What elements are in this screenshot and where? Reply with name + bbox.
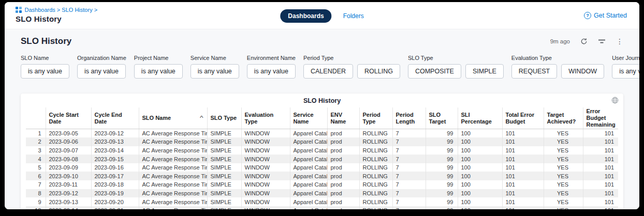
table-row[interactable]: 72023-09-112023-09-18AC Average Response…	[26, 180, 618, 189]
table-cell: 99	[426, 146, 458, 155]
breadcrumb[interactable]: Dashboards > SLO History >	[16, 7, 97, 13]
table-cell: ROLLING	[359, 189, 392, 198]
column-header[interactable]: SLI Percentage	[458, 107, 502, 129]
column-header[interactable]: SLO Name^	[139, 107, 207, 129]
table-row[interactable]: 102023-09-142023-09-21AC Average Respons…	[26, 206, 618, 209]
table-cell: 2023-09-06	[46, 137, 91, 146]
column-header[interactable]: Period Type	[359, 107, 392, 129]
table-cell: 2023-09-12	[46, 189, 91, 198]
tab-dashboards[interactable]: Dashboards	[280, 9, 331, 23]
table-row[interactable]: 22023-09-062023-09-13AC Average Response…	[26, 137, 618, 146]
table-row[interactable]: 62023-09-102023-09-17AC Average Response…	[26, 172, 618, 180]
table-cell: AC Average Response Time	[139, 163, 207, 172]
table-cell: prod	[327, 137, 359, 146]
table-cell: SIMPLE	[207, 180, 241, 189]
filter-chip[interactable]: is any value	[191, 64, 239, 79]
last-refresh-label: 9m ago	[550, 38, 570, 44]
column-header[interactable]	[26, 107, 46, 129]
column-header[interactable]: Cycle End Date	[91, 107, 139, 129]
table-row[interactable]: 82023-09-122023-09-19AC Average Response…	[26, 189, 618, 198]
table-cell: YES	[544, 206, 583, 209]
filter-chip[interactable]: REQUEST	[511, 64, 557, 79]
table-cell: 6	[26, 172, 46, 180]
table-cell: Apparel Catal...	[290, 206, 327, 209]
table-cell: WINDOW	[241, 146, 290, 155]
table-cell: 100	[458, 180, 502, 189]
filter-chip[interactable]: is any value	[77, 64, 126, 79]
filter-chip[interactable]: is any value	[612, 64, 639, 79]
refresh-icon[interactable]	[580, 38, 588, 45]
table-cell: 7	[392, 146, 426, 155]
more-options-icon[interactable]: ⋮	[616, 39, 623, 44]
table-cell: YES	[544, 180, 583, 189]
column-header[interactable]: Error Budget Remaining	[583, 107, 618, 129]
table-cell: 99	[426, 163, 458, 172]
table-cell: prod	[327, 129, 359, 138]
table-cell: 2023-09-07	[46, 146, 91, 155]
app-window: Dashboards > SLO History > SLO History D…	[5, 2, 639, 209]
column-header[interactable]: SLO Type	[207, 107, 241, 129]
table-cell: AC Average Response Time	[139, 146, 207, 155]
tab-folders[interactable]: Folders	[343, 12, 364, 20]
table-cell: SIMPLE	[207, 189, 241, 198]
filter-toggle-icon[interactable]	[598, 38, 606, 44]
filter-group: Environment Nameis any value	[247, 55, 296, 79]
column-header[interactable]: Service Name	[290, 107, 327, 129]
get-started-label: Get Started	[594, 12, 627, 19]
table-cell: WINDOW	[241, 129, 290, 138]
filter-chip[interactable]: CALENDER	[303, 64, 353, 79]
filter-chip[interactable]: COMPOSITE	[408, 64, 461, 79]
table-cell: WINDOW	[241, 155, 290, 163]
column-header[interactable]: ENV Name	[327, 107, 359, 129]
table-cell: YES	[544, 163, 583, 172]
table-cell: 5	[26, 163, 46, 172]
table-cell: WINDOW	[241, 137, 290, 146]
table-row[interactable]: 42023-09-082023-09-15AC Average Response…	[26, 155, 618, 163]
globe-icon[interactable]	[611, 97, 619, 106]
table-cell: 8	[26, 189, 46, 198]
table-cell: 101	[502, 146, 544, 155]
filter-chip[interactable]: is any value	[21, 64, 69, 79]
table-row[interactable]: 12023-09-052023-09-12AC Average Response…	[26, 129, 618, 138]
filter-chip[interactable]: is any value	[134, 64, 183, 79]
table-cell: AC Average Response Time	[139, 197, 207, 206]
table-cell: ROLLING	[359, 180, 392, 189]
table-cell: 101	[502, 197, 544, 206]
table-row[interactable]: 32023-09-072023-09-14AC Average Response…	[26, 146, 618, 155]
filter-chip[interactable]: ROLLING	[357, 64, 400, 79]
column-header[interactable]: Total Error Budget	[502, 107, 544, 129]
table-cell: 101	[502, 189, 544, 198]
column-header[interactable]: Target Achieved?	[544, 107, 583, 129]
column-header[interactable]: Period Length	[392, 107, 426, 129]
filter-chip[interactable]: SIMPLE	[465, 64, 504, 79]
table-cell: 101	[502, 180, 544, 189]
column-header[interactable]: Evaluation Type	[241, 107, 290, 129]
table-cell: SIMPLE	[207, 206, 241, 209]
filter-bar: SLO Nameis any valueOrganization Nameis …	[21, 55, 629, 79]
breadcrumb-text[interactable]: Dashboards > SLO History >	[25, 7, 98, 13]
filter-label: SLO Name	[21, 55, 69, 61]
filter-chip[interactable]: WINDOW	[561, 64, 604, 79]
dashboards-grid-icon	[16, 7, 22, 13]
table-cell: prod	[327, 146, 359, 155]
filter-chip[interactable]: is any value	[247, 64, 296, 79]
table-cell: 7	[392, 206, 426, 209]
table-cell: YES	[544, 172, 583, 180]
table-cell: 100	[458, 137, 502, 146]
table-cell: Apparel Catal...	[290, 155, 327, 163]
table-cell: 2023-09-19	[91, 189, 139, 198]
table-row[interactable]: 52023-09-092023-09-16AC Average Response…	[26, 163, 618, 172]
table-cell: 101	[583, 206, 618, 209]
column-header[interactable]: Cycle Start Date	[46, 107, 91, 129]
table-cell: 2023-09-13	[46, 197, 91, 206]
get-started-link[interactable]: ? Get Started	[584, 12, 627, 19]
table-cell: 101	[502, 206, 544, 209]
column-header[interactable]: SLO Target	[426, 107, 458, 129]
table-row[interactable]: 92023-09-132023-09-20AC Average Response…	[26, 197, 618, 206]
table-cell: 4	[26, 155, 46, 163]
table-cell: 2023-09-08	[46, 155, 91, 163]
table-cell: AC Average Response Time	[139, 189, 207, 198]
table-cell: 2023-09-20	[91, 197, 139, 206]
table-cell: 2023-09-14	[46, 206, 91, 209]
filter-group: Period TypeCALENDERROLLING	[303, 55, 400, 79]
